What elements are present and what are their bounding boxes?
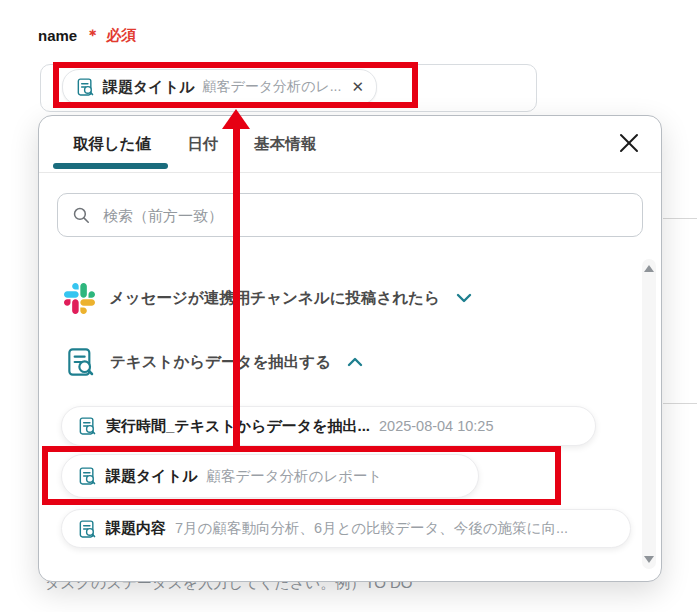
item-title: 課題タイトル <box>106 467 197 486</box>
active-tab-indicator <box>53 163 168 169</box>
chip-title: 課題タイトル <box>103 78 194 97</box>
value-picker-popover: 取得した値 日付 基本情報 <box>38 115 662 582</box>
background-divider <box>663 403 697 404</box>
slack-icon <box>64 283 95 314</box>
tab-basic-info[interactable]: 基本情報 <box>254 134 316 155</box>
group-extract-label: テキストからデータを抽出する <box>110 352 331 373</box>
scroll-up-icon[interactable] <box>644 265 654 272</box>
item-value: 7月の顧客動向分析、6月との比較データ、今後の施策に向... <box>175 519 568 538</box>
group-slack-label: メッセージが連携用チャンネルに投稿されたら <box>109 288 440 309</box>
scrollbar[interactable] <box>642 259 656 569</box>
extract-data-icon <box>77 519 97 539</box>
value-item-issue-title[interactable]: 課題タイトル 顧客データ分析のレポート <box>61 454 479 498</box>
value-item-issue-body[interactable]: 課題内容 7月の顧客動向分析、6月との比較データ、今後の施策に向... <box>61 509 631 548</box>
field-name: name <box>38 27 77 44</box>
extract-data-icon <box>77 466 97 486</box>
search-icon <box>72 206 91 225</box>
screen: name ＊ 必須 課題タイトル 顧客データ分析のレ... ✕ タスクのステータ… <box>0 0 697 612</box>
tab-date[interactable]: 日付 <box>187 134 218 155</box>
search-box[interactable] <box>57 193 643 237</box>
chevron-down-icon[interactable] <box>456 293 472 303</box>
required-asterisk: ＊ <box>85 26 100 45</box>
item-value: 顧客データ分析のレポート <box>206 467 382 486</box>
extract-data-icon <box>75 77 95 97</box>
selected-value-chip[interactable]: 課題タイトル 顧客データ分析のレ... ✕ <box>62 69 377 105</box>
chip-value-preview: 顧客データ分析のレ... <box>202 78 341 96</box>
chip-remove-icon[interactable]: ✕ <box>351 78 364 96</box>
item-title: 実行時間_テキストからデータを抽出... <box>106 417 370 436</box>
background-divider <box>663 218 697 219</box>
tabbar: 取得した値 日付 基本情報 <box>39 116 661 172</box>
value-item-execution-time[interactable]: 実行時間_テキストからデータを抽出... 2025-08-04 10:25 <box>61 406 596 446</box>
scroll-down-icon[interactable] <box>644 556 654 563</box>
close-icon[interactable] <box>617 131 641 155</box>
group-slack-trigger[interactable]: メッセージが連携用チャンネルに投稿されたら <box>64 281 472 315</box>
extract-data-icon <box>64 346 96 378</box>
item-value: 2025-08-04 10:25 <box>379 418 494 434</box>
required-badge: 必須 <box>106 26 136 45</box>
field-label: name ＊ 必須 <box>38 26 136 45</box>
tab-divider <box>39 172 661 173</box>
item-title: 課題内容 <box>106 519 166 538</box>
tab-obtained-values[interactable]: 取得した値 <box>73 134 151 155</box>
group-extract-data[interactable]: テキストからデータを抽出する <box>64 344 363 380</box>
search-input[interactable] <box>101 206 628 225</box>
extract-data-icon <box>77 416 97 436</box>
chevron-up-icon[interactable] <box>347 357 363 367</box>
